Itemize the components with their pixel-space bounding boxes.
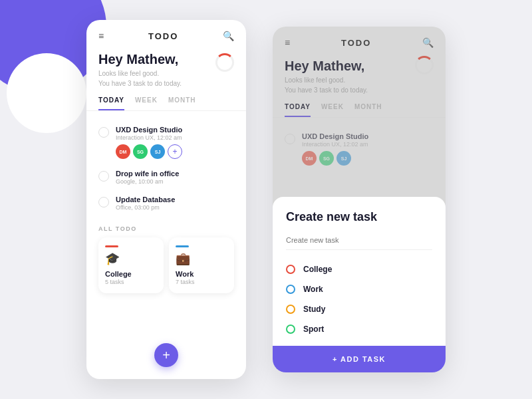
task-name: UXD Design Studio: [116, 126, 182, 134]
list-item[interactable]: 🎓 College 5 tasks: [98, 237, 164, 293]
college-dot: [286, 265, 295, 274]
bg-decoration-white: [7, 53, 86, 133]
study-label: Study: [303, 305, 325, 314]
greeting-name: Hey Mathew,: [98, 52, 234, 67]
task-info: Drop wife in office Google, 10:00 am: [116, 170, 179, 185]
category-sport[interactable]: Sport: [286, 319, 432, 339]
college-accent: [105, 245, 118, 247]
task-meta: Office, 03:00 pm: [116, 204, 175, 211]
table-row: Update Database Office, 03:00 pm: [98, 190, 234, 216]
all-todo-section: ALL TODO 🎓 College 5 tasks 💼 Work 7 task…: [86, 219, 246, 293]
task-meta: Interaction UX, 12:02 am: [116, 134, 182, 141]
all-todo-label: ALL TODO: [98, 225, 234, 232]
menu-icon[interactable]: ≡: [98, 31, 104, 41]
fab-add-button[interactable]: +: [154, 343, 178, 367]
spinner-decoration: [215, 53, 234, 72]
tab-bar: TODAY WEEK MONTH: [86, 96, 246, 111]
college-count: 5 tasks: [105, 279, 157, 285]
app-title: TODO: [148, 31, 178, 41]
college-icon: 🎓: [105, 251, 157, 266]
list-item[interactable]: 💼 Work 7 tasks: [169, 237, 234, 293]
task-checkbox[interactable]: [98, 197, 109, 207]
task-info: UXD Design Studio Interaction UX, 12:02 …: [116, 126, 182, 159]
avatar-plus[interactable]: +: [168, 144, 182, 159]
add-task-label: + ADD TASK: [332, 355, 386, 363]
right-phone: ≡ TODO 🔍 Hey Mathew, Looks like feel goo…: [273, 27, 446, 372]
work-icon: 💼: [176, 251, 227, 266]
task-name-input[interactable]: [286, 236, 432, 250]
greeting-line1: Looks like feel good.: [98, 70, 159, 77]
work-dot: [286, 285, 295, 294]
task-list: UXD Design Studio Interaction UX, 12:02 …: [86, 118, 246, 219]
avatar-dm: DM: [116, 144, 130, 159]
category-list: College Work Study Sport: [286, 259, 432, 339]
category-study[interactable]: Study: [286, 299, 432, 319]
college-label: College: [303, 265, 332, 274]
work-label: Work: [303, 285, 323, 294]
task-name: Drop wife in office: [116, 170, 179, 178]
college-name: College: [105, 270, 157, 278]
tab-today[interactable]: TODAY: [98, 96, 124, 110]
table-row: Drop wife in office Google, 10:00 am: [98, 164, 234, 190]
tab-month[interactable]: MONTH: [168, 96, 196, 110]
create-task-modal: Create new task College Work Study Sport…: [273, 197, 446, 372]
task-avatars: DM SG SJ +: [116, 144, 182, 159]
todo-cards: 🎓 College 5 tasks 💼 Work 7 tasks: [98, 237, 234, 293]
sport-dot: [286, 325, 295, 334]
sport-label: Sport: [303, 325, 324, 334]
work-count: 7 tasks: [176, 279, 227, 285]
tab-week[interactable]: WEEK: [135, 96, 158, 110]
add-task-button[interactable]: + ADD TASK: [273, 346, 446, 372]
task-info: Update Database Office, 03:00 pm: [116, 196, 175, 211]
work-name: Work: [176, 270, 227, 278]
task-checkbox[interactable]: [98, 127, 109, 138]
task-name: Update Database: [116, 196, 175, 203]
avatar-sg: SG: [133, 144, 148, 159]
left-phone: ≡ TODO 🔍 Hey Mathew, Looks like feel goo…: [86, 20, 246, 379]
task-checkbox[interactable]: [98, 171, 109, 182]
greeting-line2: You have 3 task to do today.: [98, 80, 182, 87]
avatar-sj: SJ: [150, 144, 165, 159]
task-meta: Google, 10:00 am: [116, 178, 179, 185]
category-college[interactable]: College: [286, 259, 432, 279]
left-phone-header: ≡ TODO 🔍: [86, 20, 246, 48]
category-work[interactable]: Work: [286, 279, 432, 299]
work-accent: [176, 245, 189, 247]
greeting-sub: Looks like feel good. You have 3 task to…: [98, 68, 234, 88]
modal-title: Create new task: [286, 210, 432, 224]
study-dot: [286, 305, 295, 314]
table-row: UXD Design Studio Interaction UX, 12:02 …: [98, 120, 234, 164]
search-icon[interactable]: 🔍: [223, 31, 234, 41]
